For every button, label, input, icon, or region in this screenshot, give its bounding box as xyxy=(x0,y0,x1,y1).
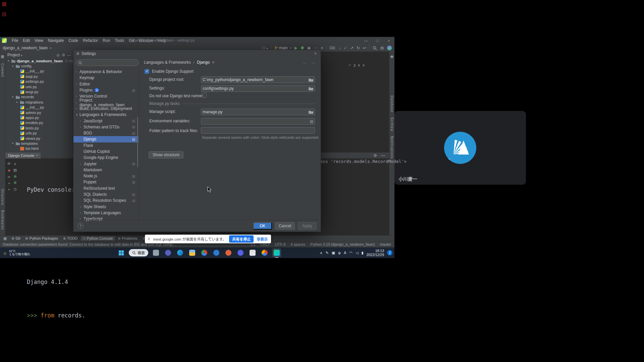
pycharm-app[interactable] xyxy=(272,248,281,257)
project-root-input[interactable] xyxy=(203,77,309,82)
enable-django-checkbox[interactable] xyxy=(145,69,149,74)
hide-panel-icon[interactable]: — xyxy=(67,53,71,57)
start-button[interactable] xyxy=(117,248,125,257)
tool-window-tab[interactable]: Python Console xyxy=(81,236,115,241)
tree-expand-icon[interactable]: ▾ xyxy=(11,65,14,68)
expand-arrow-icon[interactable]: ∨ xyxy=(76,113,79,116)
status-item[interactable]: UTF-8 xyxy=(275,242,285,246)
settings-nav-item[interactable]: Django ▤ xyxy=(73,136,139,142)
tree-expand-icon[interactable]: ▾ xyxy=(11,142,14,145)
settings-nav-item[interactable]: › Template Languages xyxy=(73,210,139,216)
ok-button[interactable]: OK xyxy=(253,222,272,230)
settings-nav-item[interactable]: Node.js ▤ xyxy=(73,173,139,179)
project-tree-row[interactable]: admin.py xyxy=(5,110,73,115)
settings-nav-item[interactable]: Puppet ▤ xyxy=(73,179,139,185)
settings-nav-item[interactable]: SQL Resolution Scopes ▤ xyxy=(73,197,139,203)
console-options-gear-icon[interactable]: ⚙ xyxy=(373,153,377,158)
project-tree-row[interactable]: tests.py xyxy=(5,125,73,130)
expand-arrow-icon[interactable]: › xyxy=(80,125,84,129)
settings-file-input[interactable] xyxy=(203,86,309,91)
settings-nav-item[interactable]: › Appearance & Behavior xyxy=(73,69,139,75)
maximize-button[interactable]: □ xyxy=(372,37,383,44)
tool-stripe-notifications[interactable]: Notifications xyxy=(390,136,394,159)
status-item[interactable]: master xyxy=(380,242,391,246)
close-button[interactable]: × xyxy=(383,37,394,44)
apply-button[interactable]: Apply xyxy=(298,222,317,230)
project-tree-row[interactable]: __init__.py xyxy=(5,105,73,110)
soft-wrap-icon[interactable]: ▤ xyxy=(13,168,17,172)
settings-nav-item[interactable]: › Editor xyxy=(73,81,139,87)
close-tab-icon[interactable]: × xyxy=(36,154,38,157)
scroll-end-icon[interactable]: » xyxy=(8,181,10,185)
history-icon[interactable]: ↻ xyxy=(357,46,360,50)
hide-bar-button[interactable]: 非表示 xyxy=(257,236,268,242)
tree-expand-icon[interactable]: ▾ xyxy=(11,96,14,99)
menu-item[interactable]: Refactor xyxy=(80,38,100,44)
project-tree-row[interactable]: apps.py xyxy=(5,115,73,120)
env-vars-input[interactable] xyxy=(203,119,310,124)
wifi-icon[interactable]: ◠ xyxy=(349,251,353,255)
settings-search[interactable] xyxy=(76,59,139,66)
forward-arrow-icon[interactable]: → xyxy=(311,60,315,65)
options-icon[interactable]: ≡ xyxy=(14,162,16,166)
tool-stripe-structure[interactable]: Structure xyxy=(1,189,4,205)
console-tab[interactable]: Django Console × xyxy=(5,153,41,159)
menu-item[interactable]: View xyxy=(32,38,46,44)
variables-icon[interactable]: ∞ xyxy=(8,175,10,179)
attach-icon[interactable]: ⊕ xyxy=(13,174,16,179)
tool-window-tab[interactable]: Git xyxy=(9,236,22,241)
expand-arrow-icon[interactable]: › xyxy=(80,119,84,123)
expand-arrow-icon[interactable]: › xyxy=(76,70,79,73)
project-tree-row[interactable]: ▾ config xyxy=(5,63,73,68)
pen-icon[interactable]: ✎ xyxy=(325,251,328,255)
prev-problem-icon[interactable]: ∧ xyxy=(358,63,360,67)
taskbar-search[interactable]: 検索 xyxy=(129,249,148,256)
settings-nav-item[interactable]: Plugins 2 ▤ xyxy=(73,87,139,93)
rerun-icon[interactable]: ⟳ xyxy=(7,162,10,166)
help-button[interactable]: ? xyxy=(77,223,84,229)
browse-folder-icon[interactable] xyxy=(309,78,313,82)
stop-sharing-button[interactable]: 共有を停止 xyxy=(229,235,254,243)
settings-nav-item[interactable]: › Schemas and DTDs ▤ xyxy=(73,124,139,130)
status-item[interactable]: 4 spaces xyxy=(290,242,305,246)
user-avatar[interactable] xyxy=(387,46,392,50)
settings-nav-item[interactable]: SQL Dialects ▤ xyxy=(73,191,139,197)
inspections-widget[interactable]: ✓ 3 ∧ ∨ xyxy=(348,63,365,67)
locate-file-icon[interactable]: ◎ xyxy=(57,53,60,57)
project-stripe-icon[interactable]: ▦ xyxy=(1,54,4,59)
widgets-app[interactable] xyxy=(152,248,160,257)
panel-options-icon[interactable]: ⚙ xyxy=(62,53,65,57)
stop-console-icon[interactable]: ■ xyxy=(8,168,10,172)
nav-scrollbar[interactable] xyxy=(137,117,138,167)
notepad-app[interactable] xyxy=(248,248,257,257)
settings-nav-item[interactable]: Google App Engine xyxy=(73,155,139,161)
status-item[interactable]: Python 3.10 (django_a_newborn_fawn) xyxy=(310,242,375,246)
settings-nav-item[interactable]: Markdown xyxy=(73,167,139,173)
battery-icon[interactable]: ▮ xyxy=(361,251,363,255)
file-explorer-app[interactable] xyxy=(188,248,197,257)
orange-app[interactable] xyxy=(224,248,233,257)
env-vars-table-icon[interactable]: ▤ xyxy=(310,119,313,124)
teams-app[interactable] xyxy=(164,248,172,257)
back-arrow-icon[interactable]: ← xyxy=(303,60,307,65)
project-tree-row[interactable]: views.py xyxy=(5,136,73,141)
discord-app[interactable] xyxy=(236,248,245,257)
settings-nav-item[interactable]: Flask xyxy=(73,142,139,148)
settings-nav-item[interactable]: › Build, Execution, Deployment xyxy=(73,106,139,112)
tree-expand-icon[interactable]: ▾ xyxy=(7,59,10,62)
tree-expand-icon[interactable]: ▸ xyxy=(15,101,19,104)
cast-icon[interactable]: ▣ xyxy=(332,251,335,255)
menu-item[interactable]: Code xyxy=(66,38,80,44)
ime-mode-indicator[interactable]: A xyxy=(344,251,346,255)
project-tree-row[interactable]: __init__.py xyxy=(5,69,73,74)
project-tree-row[interactable]: settings.py xyxy=(5,79,73,84)
history-console-icon[interactable]: ◷ xyxy=(13,187,17,191)
add-icon[interactable]: + xyxy=(8,187,10,191)
test-runner-checkbox[interactable] xyxy=(202,93,207,98)
hidden-icons-chevron[interactable]: ∧ xyxy=(320,251,322,255)
menu-item[interactable]: File xyxy=(9,38,20,44)
weather-widget[interactable]: ☼ 11°C くもり時々晴れ xyxy=(0,249,30,256)
chrome-app[interactable] xyxy=(200,248,209,257)
project-tree-row[interactable]: urls.py xyxy=(5,84,73,89)
ide-settings-gear-icon[interactable]: ⚙ xyxy=(380,46,384,51)
